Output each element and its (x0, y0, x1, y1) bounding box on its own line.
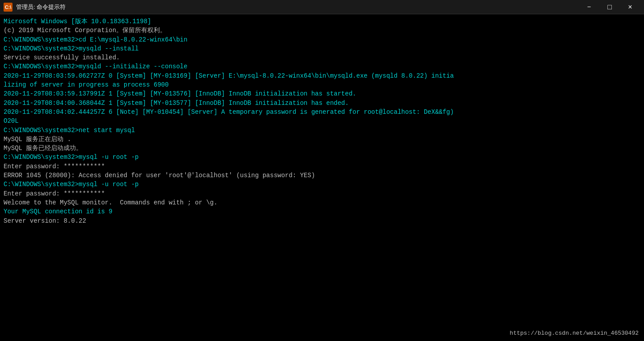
title-bar: C:\ 管理员: 命令提示符 － □ × (0, 0, 644, 14)
terminal-line: 2020-11-29T08:04:00.368044Z 1 [System] [… (4, 99, 640, 108)
terminal-line: Enter password: *********** (4, 189, 640, 198)
restore-button[interactable]: □ (599, 0, 620, 14)
terminal-line: ERROR 1045 (28000): Access denied for us… (4, 171, 640, 180)
terminal-line: Your MySQL connection id is 9 (4, 207, 640, 216)
close-button[interactable]: × (620, 0, 640, 14)
terminal-line: C:\WINDOWS\system32>mysql -u root -p (4, 180, 640, 189)
terminal-line: MySQL 服务正在启动 . (4, 135, 640, 144)
terminal-line: O20L (4, 116, 640, 125)
terminal-line: 2020-11-29T08:03:59.137991Z 1 [System] [… (4, 89, 640, 98)
terminal-line: Microsoft Windows [版本 10.0.18363.1198] (4, 17, 640, 26)
terminal-line: lizing of server in progress as process … (4, 80, 640, 89)
terminal-line: (c) 2019 Microsoft Corporation。保留所有权利。 (4, 26, 640, 35)
terminal-line: C:\WINDOWS\system32>mysql -u root -p (4, 153, 640, 162)
app-icon: C:\ (4, 3, 13, 12)
terminal-line: Enter password: *********** (4, 162, 640, 171)
minimize-button[interactable]: － (579, 0, 599, 14)
terminal-line: C:\WINDOWS\system32>mysqld --install (4, 44, 640, 53)
terminal-line: C:\WINDOWS\system32>cd E:\mysql-8.0.22-w… (4, 35, 640, 44)
terminal-line: Service successfully installed. (4, 53, 640, 62)
terminal-line: Server version: 8.0.22 (4, 216, 640, 225)
terminal-line: Welcome to the MySQL monitor. Commands e… (4, 198, 640, 207)
window-controls: － □ × (579, 0, 640, 14)
terminal-output[interactable]: Microsoft Windows [版本 10.0.18363.1198](c… (0, 14, 644, 341)
terminal-line: MySQL 服务已经启动成功。 (4, 144, 640, 153)
window-title: 管理员: 命令提示符 (16, 3, 579, 11)
window: C:\ 管理员: 命令提示符 － □ × Microsoft Windows [… (0, 0, 644, 341)
watermark: https://blog.csdn.net/weixin_46530492 (510, 330, 639, 337)
terminal-line: C:\WINDOWS\system32>mysqld --initialize … (4, 62, 640, 71)
terminal-line: 2020-11-29T08:03:59.062727Z 0 [System] [… (4, 71, 640, 80)
terminal-line: 2020-11-29T08:04:02.444257Z 6 [Note] [MY… (4, 108, 640, 116)
terminal-line: C:\WINDOWS\system32>net start mysql (4, 126, 640, 135)
